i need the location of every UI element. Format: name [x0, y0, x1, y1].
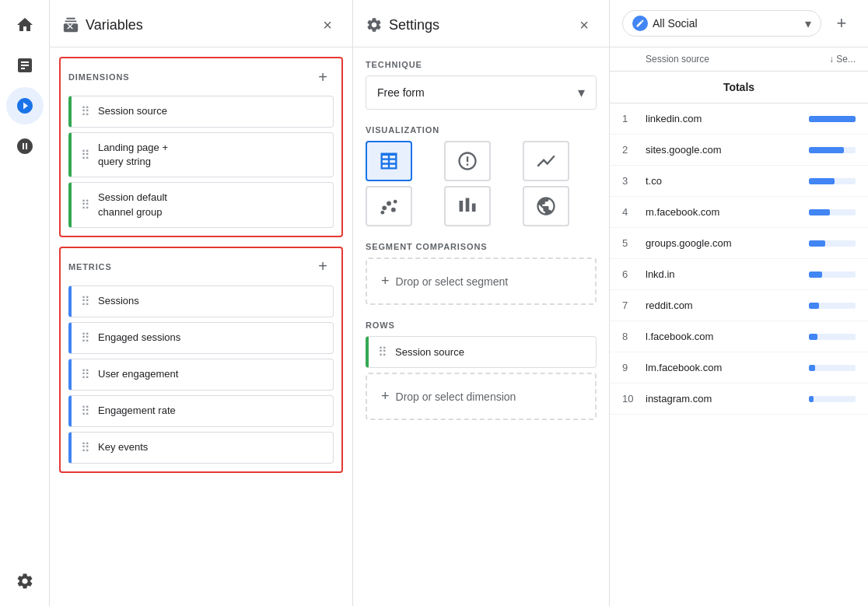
segment-comparisons-label: SEGMENT COMPARISONS — [366, 242, 597, 251]
nav-advertising[interactable] — [6, 128, 44, 165]
rows-section: ROWS ⠿ Session source + Drop or select d… — [366, 321, 597, 420]
row-bar — [793, 334, 856, 340]
table-row[interactable]: 9 lm.facebook.com — [610, 352, 868, 384]
settings-panel-title: Settings — [389, 17, 439, 33]
nav-reports[interactable] — [6, 47, 44, 84]
table-row[interactable]: 2 sites.google.com — [610, 135, 868, 166]
bar-container — [809, 178, 856, 184]
row-bar — [793, 365, 856, 371]
bar-fill — [809, 116, 856, 122]
viz-bar-button[interactable] — [444, 186, 491, 226]
totals-row: Totals — [610, 72, 868, 103]
viz-scatter-button[interactable] — [366, 186, 412, 226]
dimension-item-landing-page[interactable]: ⠿ Landing page +query string — [68, 132, 334, 177]
add-metric-button[interactable]: + — [312, 256, 334, 278]
metric-item-user-engagement[interactable]: ⠿ User engagement — [68, 359, 334, 391]
row-dimension: l.facebook.com — [646, 331, 793, 342]
row-bar — [793, 396, 856, 402]
drag-handle-icon: ⠿ — [81, 440, 90, 455]
bar-fill — [809, 303, 819, 309]
metrics-label: METRICS — [68, 262, 112, 271]
row-number: 9 — [622, 362, 646, 373]
bar-container — [809, 271, 856, 278]
bar-container — [809, 147, 856, 153]
metric-label-user-engagement: User engagement — [98, 367, 178, 381]
bar-fill — [809, 334, 817, 340]
row-number: 7 — [622, 299, 646, 311]
row-bar — [793, 240, 856, 247]
viz-donut-button[interactable] — [444, 141, 491, 181]
segment-comparisons-section: SEGMENT COMPARISONS + Drop or select seg… — [366, 242, 597, 305]
dimension-drop-zone[interactable]: + Drop or select dimension — [366, 373, 597, 420]
drag-handle-icon: ⠿ — [81, 294, 90, 309]
nav-explore[interactable] — [6, 87, 44, 124]
metric-item-engagement-rate[interactable]: ⠿ Engagement rate — [68, 395, 334, 427]
table-row[interactable]: 3 t.co — [610, 166, 868, 197]
rows-session-source-item[interactable]: ⠿ Session source — [366, 336, 597, 368]
bar-fill — [809, 147, 844, 153]
visualization-section: VISUALIZATION — [366, 125, 597, 226]
settings-close-button[interactable]: × — [572, 12, 597, 37]
row-bar — [793, 178, 856, 184]
bar-fill — [809, 209, 830, 215]
dimensions-header: DIMENSIONS + — [68, 66, 334, 88]
dimensions-section: DIMENSIONS + ⠿ Session source ⠿ Landing … — [59, 57, 343, 237]
row-dimension: lm.facebook.com — [646, 362, 793, 373]
segment-drop-zone[interactable]: + Drop or select segment — [366, 257, 597, 305]
table-row[interactable]: 10 instagram.com — [610, 384, 868, 415]
settings-panel-body: TECHNIQUE Free form ▾ VISUALIZATION — [353, 47, 609, 606]
viz-table-button[interactable] — [366, 141, 412, 181]
metric-item-engaged-sessions[interactable]: ⠿ Engaged sessions — [68, 322, 334, 354]
table-row[interactable]: 6 lnkd.in — [610, 259, 868, 290]
dimension-item-session-default[interactable]: ⠿ Session defaultchannel group — [68, 182, 334, 227]
technique-dropdown[interactable]: Free form ▾ — [366, 75, 597, 110]
technique-label: TECHNIQUE — [366, 60, 597, 69]
rows-session-source-label: Session source — [395, 346, 464, 358]
variables-title: Variables — [62, 16, 143, 33]
bar-fill — [809, 271, 822, 278]
table-row[interactable]: 5 groups.google.com — [610, 228, 868, 259]
svg-point-4 — [394, 200, 397, 204]
row-number: 1 — [622, 113, 646, 124]
metric-item-key-events[interactable]: ⠿ Key events — [68, 432, 334, 464]
metrics-section: METRICS + ⠿ Sessions ⠿ Engaged sessions … — [59, 247, 343, 473]
viz-globe-button[interactable] — [523, 186, 569, 226]
metric-label-engagement-rate: Engagement rate — [98, 404, 176, 418]
row-number: 2 — [622, 144, 646, 156]
add-segment-button[interactable]: + — [828, 9, 856, 37]
plus-icon: + — [381, 388, 390, 405]
row-dimension: t.co — [646, 175, 793, 187]
chevron-down-icon: ▾ — [578, 84, 585, 101]
bar-fill — [809, 240, 825, 247]
dimension-item-session-source[interactable]: ⠿ Session source — [68, 96, 334, 128]
viz-line-button[interactable] — [523, 141, 569, 181]
row-dimension: linkedin.com — [646, 113, 793, 124]
rows-label: ROWS — [366, 321, 597, 330]
technique-section: TECHNIQUE Free form ▾ — [366, 60, 597, 110]
chevron-down-icon: ▾ — [805, 16, 811, 31]
variables-panel: Variables × DIMENSIONS + ⠿ Session sourc… — [50, 0, 353, 606]
table-row[interactable]: 4 m.facebook.com — [610, 197, 868, 228]
row-dimension: lnkd.in — [646, 268, 793, 280]
row-bar — [793, 209, 856, 215]
metric-item-sessions[interactable]: ⠿ Sessions — [68, 285, 334, 317]
drag-handle-icon: ⠿ — [81, 331, 90, 345]
settings-panel: Settings × TECHNIQUE Free form ▾ VISUALI… — [353, 0, 610, 606]
settings-panel-header: Settings × — [353, 0, 609, 47]
drag-handle-icon: ⠿ — [81, 104, 90, 119]
table-row[interactable]: 8 l.facebook.com — [610, 321, 868, 352]
table-row[interactable]: 7 reddit.com — [610, 290, 868, 321]
add-dimension-button[interactable]: + — [312, 66, 334, 88]
nav-settings[interactable] — [6, 562, 44, 600]
nav-home[interactable] — [6, 6, 44, 44]
table-row[interactable]: 1 linkedin.com — [610, 103, 868, 135]
variables-panel-header: Variables × — [50, 0, 352, 47]
variables-close-button[interactable]: × — [315, 12, 340, 37]
row-number: 4 — [622, 206, 646, 218]
variables-panel-body: DIMENSIONS + ⠿ Session source ⠿ Landing … — [50, 47, 352, 606]
nav-sidebar — [0, 0, 50, 606]
row-number: 8 — [622, 331, 646, 342]
drag-handle-icon: ⠿ — [378, 345, 387, 359]
segment-chip[interactable]: All Social ▾ — [622, 10, 821, 37]
bar-container — [809, 396, 856, 402]
